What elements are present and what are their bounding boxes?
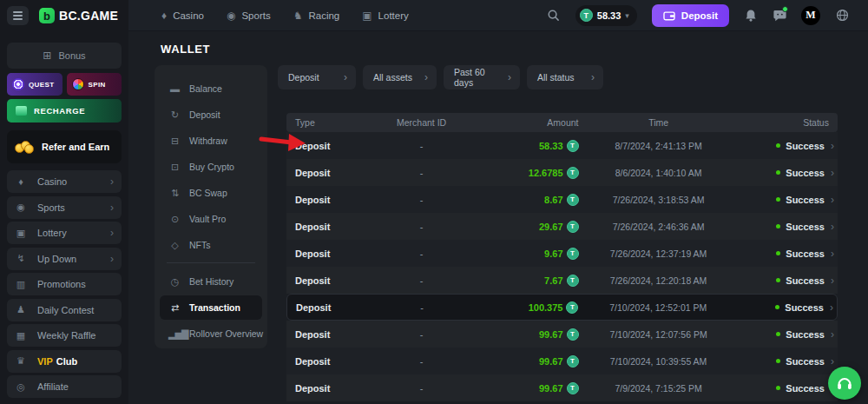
status-dot xyxy=(776,332,780,336)
sidebar-item-sports[interactable]: ◉Sports› xyxy=(7,196,122,219)
cell-merchant-id: - xyxy=(381,302,464,313)
table-row[interactable]: Deposit-58.33T8/7/2024, 2:41:13 PMSucces… xyxy=(286,132,838,159)
chevron-right-icon: › xyxy=(831,194,834,206)
filter-all-assets[interactable]: All assets› xyxy=(363,65,437,89)
sidebar-item-daily-contest[interactable]: ♟Daily Contest xyxy=(7,299,122,321)
wallet-nav-nfts[interactable]: ◇NFTs xyxy=(160,233,262,257)
wallet-nav-bc-swap[interactable]: ⇅BC Swap xyxy=(160,181,262,205)
wallet-icon: ▬ xyxy=(168,83,181,94)
filter-past-60-days[interactable]: Past 60 days› xyxy=(444,65,520,89)
globe-icon[interactable] xyxy=(835,9,849,23)
cell-time: 7/10/2024, 10:39:55 AM xyxy=(579,356,739,367)
table-row[interactable]: Deposit-12.6785T8/6/2024, 1:40:10 AMSucc… xyxy=(286,159,838,186)
sidebar-item-weekly-raffle[interactable]: ▦Weekly Raffle xyxy=(7,324,122,347)
cell-type: Deposit xyxy=(286,195,380,205)
table-row[interactable]: Deposit-9.67T7/26/2024, 12:37:19 AMSucce… xyxy=(286,240,838,267)
page-title: WALLET xyxy=(161,43,210,56)
table-row[interactable]: Deposit-99.67T7/9/2024, 7:15:25 PMSucces… xyxy=(286,374,838,401)
wallet-nav-transaction[interactable]: ⇄Transaction xyxy=(160,295,262,320)
bell-icon[interactable] xyxy=(744,9,758,23)
cell-type: Deposit xyxy=(286,356,380,367)
bc-game-wallet-page: b BC.GAME ⊞ Bonus QUEST SPIN RECHARGE Re… xyxy=(0,0,868,404)
wallet-nav-buy-crypto[interactable]: ⊡Buy Crypto xyxy=(160,155,262,179)
filter-label: Deposit xyxy=(288,72,319,83)
wallet-nav-vault-pro[interactable]: ⊙Vault Pro xyxy=(160,207,262,231)
nav-item-racing[interactable]: ♞Racing xyxy=(293,10,340,22)
cell-merchant-id: - xyxy=(380,383,463,394)
cell-amount: 58.33T xyxy=(463,140,578,152)
column-header: Status xyxy=(739,117,838,128)
support-button[interactable] xyxy=(828,367,861,400)
menu-toggle-button[interactable] xyxy=(7,6,29,25)
refer-label: Refer and Earn xyxy=(42,142,109,152)
bonus-button[interactable]: ⊞ Bonus xyxy=(7,43,122,69)
nav-item-sports[interactable]: ◉Sports xyxy=(227,10,271,22)
sidebar-item-promotions[interactable]: ▥Promotions xyxy=(7,273,122,295)
status-dot xyxy=(776,197,780,202)
status-label: Success xyxy=(786,195,825,205)
cell-status: Success› xyxy=(738,301,837,314)
wallet-nav-balance[interactable]: ▬Balance xyxy=(160,76,262,101)
status-dot xyxy=(776,359,780,363)
tether-coin-icon: T xyxy=(567,221,579,233)
balance-selector[interactable]: T 58.33 ▾ xyxy=(575,5,637,26)
quest-label: QUEST xyxy=(29,81,55,89)
table-row[interactable]: Deposit-99.67T7/10/2024, 10:39:55 AMSucc… xyxy=(286,348,838,374)
quest-button[interactable]: QUEST xyxy=(7,73,62,96)
sidebar-item-lottery[interactable]: ▣Lottery› xyxy=(7,222,122,244)
table-row[interactable]: Deposit-29.67T7/26/2024, 2:46:36 AMSucce… xyxy=(286,213,838,240)
wallet-nav-deposit[interactable]: ↻Deposit xyxy=(160,103,262,127)
wallet-nav-label: BC Swap xyxy=(189,188,227,198)
cell-amount: 9.67T xyxy=(463,248,578,260)
chat-icon[interactable] xyxy=(773,9,786,23)
cell-status: Success› xyxy=(739,328,838,341)
table-row[interactable]: Deposit-100.375T7/10/2024, 12:52:01 PMSu… xyxy=(286,294,838,321)
logo[interactable]: b BC.GAME xyxy=(39,8,118,23)
search-icon[interactable] xyxy=(547,9,561,23)
bolt-icon: ↯ xyxy=(15,253,27,264)
sidebar-item-label: Daily Contest xyxy=(37,305,114,315)
cell-amount: 99.67T xyxy=(463,355,578,368)
wallet-nav-rollover-overview[interactable]: ▂▅▇Rollover Overview xyxy=(160,321,262,346)
transactions-table: TypeMerchant IDAmountTimeStatus Deposit-… xyxy=(286,113,838,401)
sidebar-item-vip-club[interactable]: ♛VIPClub xyxy=(7,350,122,373)
table-row[interactable]: Deposit-7.67T7/26/2024, 12:20:18 AMSucce… xyxy=(286,267,838,294)
filter-label: Past 60 days xyxy=(454,67,496,88)
notification-dot xyxy=(782,6,788,12)
filter-all-status[interactable]: All status› xyxy=(527,65,603,89)
column-header: Type xyxy=(286,117,380,128)
cell-type: Deposit xyxy=(287,302,381,313)
filters-bar: Deposit›All assets›Past 60 days›All stat… xyxy=(278,65,603,89)
refer-and-earn-button[interactable]: Refer and Earn xyxy=(7,130,122,163)
sidebar-item-label: VIPClub xyxy=(37,356,114,367)
affiliate-icon: ◎ xyxy=(15,381,27,393)
sidebar-item-label: Sports xyxy=(37,202,110,213)
promo-icon: ▥ xyxy=(15,279,27,290)
sidebar-item-casino[interactable]: ♦Casino› xyxy=(7,170,122,193)
filter-deposit[interactable]: Deposit› xyxy=(278,65,356,89)
avatar[interactable]: M xyxy=(801,6,820,25)
cell-time: 8/6/2024, 1:40:10 AM xyxy=(579,168,739,178)
cell-time: 7/10/2024, 12:52:01 PM xyxy=(578,302,738,313)
sidebar-item-affiliate[interactable]: ◎Affiliate xyxy=(7,375,122,398)
wallet-nav-withdraw[interactable]: ⊟Withdraw xyxy=(160,129,262,153)
cell-time: 7/26/2024, 2:46:36 AM xyxy=(579,222,739,232)
cell-time: 7/10/2024, 12:07:56 PM xyxy=(579,329,739,340)
logo-text: BC.GAME xyxy=(59,9,118,23)
table-row[interactable]: Deposit-99.67T7/10/2024, 12:07:56 PMSucc… xyxy=(286,321,838,348)
table-row[interactable]: Deposit-8.67T7/26/2024, 3:18:53 AMSucces… xyxy=(286,186,838,213)
chevron-right-icon: › xyxy=(424,71,428,83)
sidebar-item-up-down[interactable]: ↯Up Down› xyxy=(7,248,122,270)
target-icon xyxy=(12,78,24,90)
nav-item-label: Casino xyxy=(173,10,204,21)
headset-icon xyxy=(836,375,853,391)
spin-button[interactable]: SPIN xyxy=(67,73,122,96)
sports-icon: ◉ xyxy=(227,10,235,22)
deposit-button[interactable]: Deposit xyxy=(652,4,729,27)
nav-item-casino[interactable]: ♦Casino xyxy=(161,10,204,22)
nav-item-lottery[interactable]: ▣Lottery xyxy=(362,10,409,22)
recharge-button[interactable]: RECHARGE xyxy=(7,99,122,123)
spin-label: SPIN xyxy=(89,81,106,89)
wallet-nav-bet-history[interactable]: ◷Bet History xyxy=(160,269,262,294)
transaction-icon: ⇄ xyxy=(168,302,181,314)
